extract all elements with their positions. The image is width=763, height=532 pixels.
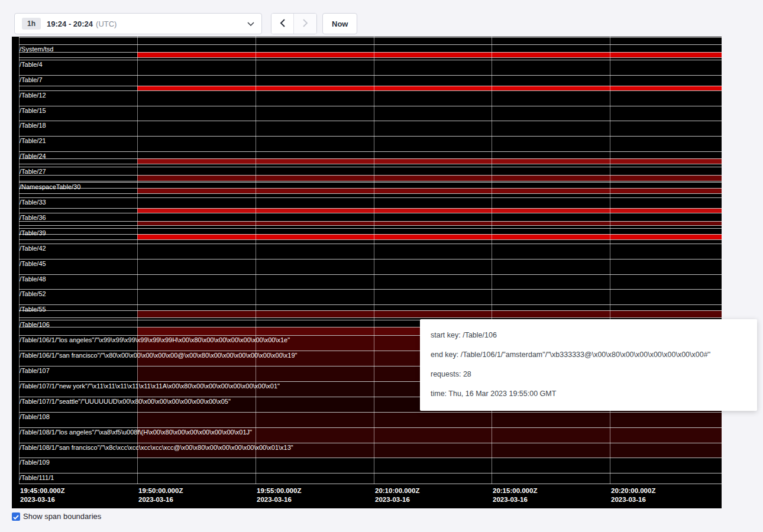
span-key-label: /Table/106/1/"san francisco"/"\x80\x00\x…: [20, 352, 298, 359]
prev-time-button[interactable]: [271, 14, 294, 34]
heat-band[interactable]: [137, 234, 722, 239]
span-boundary-line: [19, 52, 722, 53]
span-key-label: /Table/21: [20, 137, 46, 144]
timezone-label: (UTC): [96, 20, 117, 28]
span-key-label: /Table/18: [20, 122, 46, 129]
span-key-label: /Table/42: [20, 245, 46, 252]
chevron-left-icon: [280, 19, 285, 29]
span-key-label: /Table/24: [20, 153, 46, 160]
span-boundary-line: [19, 221, 722, 222]
time-grid-line: [492, 37, 492, 484]
heat-band[interactable]: [137, 221, 722, 225]
span-boundary-line: [19, 228, 722, 229]
span-boundary-line: [19, 259, 722, 259]
span-boundary-line: [19, 304, 722, 305]
span-key-label: /Table/108/1/"los angeles"/"\xa8\xf5\u00…: [20, 429, 252, 436]
tooltip-line: time: Thu, 16 Mar 2023 19:55:00 GMT: [431, 384, 746, 404]
key-visualizer-canvas[interactable]: /System/tsd/Table/4/Table/7/Table/12/Tab…: [12, 37, 722, 508]
span-key-label: /Table/12: [20, 92, 46, 99]
span-key-label: /Table/111/1: [20, 474, 54, 481]
span-boundary-line: [19, 244, 722, 244]
hover-tooltip: start key: /Table/106end key: /Table/106…: [420, 319, 757, 411]
span-key-label: /Table/48: [20, 275, 46, 283]
span-boundary-line: [19, 239, 722, 240]
span-boundary-line: [19, 289, 722, 290]
span-key-label: /Table/106/1/"los angeles"/"\x99\x99\x99…: [20, 336, 290, 343]
heat-band[interactable]: [137, 188, 722, 193]
footer-controls: Show span boundaries: [12, 512, 101, 521]
show-span-boundaries-label: Show span boundaries: [23, 512, 101, 521]
span-boundary-line: [19, 60, 722, 60]
span-boundary-line: [19, 193, 722, 194]
span-key-label: /Table/36: [20, 214, 46, 221]
now-button[interactable]: Now: [322, 13, 357, 34]
heat-band[interactable]: [137, 158, 722, 164]
span-boundary-line: [19, 86, 722, 86]
span-key-label: /Table/39: [20, 229, 46, 236]
span-boundary-line: [19, 151, 722, 152]
span-key-label: /Table/33: [20, 199, 46, 206]
time-grid-line: [256, 37, 256, 484]
span-boundary-line: [19, 158, 722, 159]
span-boundary-line: [19, 44, 722, 45]
x-axis-tick: 19:50:00.000Z2023-03-16: [138, 486, 183, 504]
show-span-boundaries-checkbox[interactable]: [12, 512, 20, 521]
span-boundary-line: [19, 458, 722, 458]
span-boundary-line: [19, 181, 722, 181]
span-boundary-line: [19, 188, 722, 189]
heat-band[interactable]: [137, 52, 722, 57]
span-key-label: /Table/107/1/"seattle"/"UUUUUUD\x00\x80\…: [20, 398, 231, 405]
span-key-label: /Table/27: [20, 168, 46, 175]
heat-band[interactable]: [137, 175, 722, 181]
span-key-label: /Table/45: [20, 260, 46, 267]
heat-band[interactable]: [137, 208, 722, 213]
checkmark-icon: [13, 511, 19, 522]
span-boundary-line: [19, 317, 722, 318]
span-key-label: /Table/108/1/"san francisco"/"\x8c\xcc\x…: [20, 444, 293, 451]
span-boundary-line: [19, 182, 722, 183]
span-boundary-line: [19, 167, 722, 167]
key-visualizer-page: 1h 19:24 - 20:24 (UTC) Now /System/tsd/T…: [0, 0, 763, 532]
tick-date: 2023-03-16: [257, 495, 301, 504]
tick-date: 2023-03-16: [20, 495, 64, 504]
span-boundary-line: [19, 225, 722, 226]
heat-band[interactable]: [137, 413, 722, 427]
span-key-label: /NamespaceTable/30: [20, 183, 80, 190]
span-boundary-line: [19, 310, 722, 311]
time-range-selector[interactable]: 1h 19:24 - 20:24 (UTC): [14, 13, 262, 34]
tick-date: 2023-03-16: [375, 495, 419, 504]
time-range-label: 19:24 - 20:24: [47, 20, 93, 28]
tick-time: 19:50:00.000Z: [138, 486, 183, 495]
span-boundary-line: [19, 412, 722, 413]
tooltip-line: start key: /Table/106: [431, 326, 746, 345]
next-time-button[interactable]: [294, 14, 316, 34]
time-grid-line: [137, 37, 138, 484]
span-boundary-line: [19, 213, 722, 213]
tick-time: 20:15:00.000Z: [493, 486, 537, 495]
heat-band[interactable]: [137, 310, 722, 317]
span-key-label: /Table/55: [20, 306, 46, 313]
span-boundary-line: [19, 57, 722, 58]
tick-time: 19:45:00.000Z: [20, 486, 64, 495]
tick-date: 2023-03-16: [493, 495, 537, 504]
time-grid-line: [610, 37, 610, 484]
span-key-label: /Table/106: [20, 321, 50, 328]
heat-band[interactable]: [137, 86, 722, 90]
span-boundary-line: [19, 121, 722, 121]
span-boundary-line: [19, 90, 722, 91]
tick-date: 2023-03-16: [138, 495, 183, 504]
time-grid-line: [374, 37, 374, 484]
span-key-label: /Table/52: [20, 290, 46, 297]
x-axis-tick: 19:45:00.000Z2023-03-16: [20, 486, 64, 504]
span-boundary-line: [19, 234, 722, 235]
span-boundary-line: [19, 427, 722, 428]
span-key-label: /Table/7: [20, 76, 43, 83]
span-boundary-line: [19, 164, 722, 164]
span-boundary-line: [19, 37, 722, 38]
span-boundary-line: [19, 274, 722, 275]
span-boundary-line: [19, 75, 722, 76]
chevron-right-icon: [303, 19, 308, 29]
x-axis-tick: 20:10:00.000Z2023-03-16: [375, 486, 419, 504]
span-key-label: /Table/108: [20, 413, 50, 420]
span-boundary-line: [19, 197, 722, 198]
